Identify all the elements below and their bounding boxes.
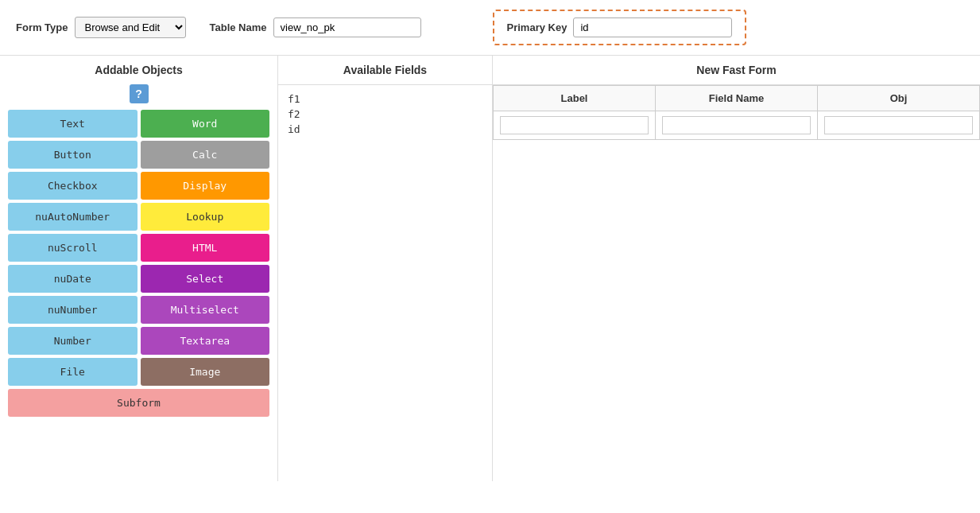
addable-objects-panel: Addable Objects ? Text Word Button Calc … — [0, 56, 278, 481]
obj-nudate-button[interactable]: nuDate — [8, 265, 138, 293]
col-obj: Obj — [818, 86, 980, 111]
obj-checkbox-button[interactable]: Checkbox — [8, 172, 138, 200]
obj-nuautonumber-button[interactable]: nuAutoNumber — [8, 203, 138, 231]
form-table: Label Field Name Obj — [493, 85, 980, 140]
field-name-input[interactable] — [662, 116, 811, 134]
obj-calc-button[interactable]: Calc — [141, 141, 270, 169]
table-name-row: Table Name — [210, 17, 421, 37]
addable-objects-title: Addable Objects — [8, 64, 269, 76]
obj-text-button[interactable]: Text — [8, 110, 138, 138]
obj-display-button[interactable]: Display — [141, 172, 270, 200]
obj-image-button[interactable]: Image — [141, 358, 270, 386]
obj-html-button[interactable]: HTML — [141, 234, 270, 262]
field-item[interactable]: id — [285, 122, 486, 137]
obj-nunumber-button[interactable]: nuNumber — [8, 296, 138, 324]
form-type-row: Form Type Browse and Edit — [16, 17, 186, 38]
obj-textarea-button[interactable]: Textarea — [141, 327, 270, 355]
form-sections-area — [493, 140, 980, 481]
primary-key-box: Primary Key — [493, 10, 747, 45]
table-name-input[interactable] — [273, 17, 421, 37]
table-name-label: Table Name — [210, 21, 267, 33]
form-type-select[interactable]: Browse and Edit — [75, 17, 186, 38]
label-input[interactable] — [500, 116, 649, 134]
obj-select-button[interactable]: Select — [141, 265, 270, 293]
obj-button-button[interactable]: Button — [8, 141, 138, 169]
label-cell — [494, 111, 656, 140]
col-label: Label — [494, 86, 656, 111]
obj-multiselect-button[interactable]: Multiselect — [141, 296, 270, 324]
obj-input[interactable] — [824, 116, 973, 134]
fields-list: f1f2id — [278, 85, 492, 481]
field-name-cell — [656, 111, 818, 140]
form-type-label: Form Type — [16, 21, 68, 33]
field-item[interactable]: f1 — [285, 91, 486, 107]
obj-nuscroll-button[interactable]: nuScroll — [8, 234, 138, 262]
primary-key-label: Primary Key — [507, 21, 567, 33]
obj-number-button[interactable]: Number — [8, 327, 138, 355]
obj-cell — [818, 111, 980, 140]
new-fast-form-title: New Fast Form — [493, 56, 980, 85]
available-fields-panel: Available Fields f1f2id — [278, 56, 493, 481]
table-row — [494, 111, 980, 140]
obj-subform-button[interactable]: Subform — [8, 389, 269, 417]
table-header-row: Label Field Name Obj — [494, 86, 980, 111]
field-item[interactable]: f2 — [285, 107, 486, 122]
primary-key-input[interactable] — [573, 17, 732, 37]
obj-file-button[interactable]: File — [8, 358, 138, 386]
obj-lookup-button[interactable]: Lookup — [141, 203, 270, 231]
objects-grid: Text Word Button Calc Checkbox Display n… — [8, 110, 269, 417]
new-fast-form-panel: New Fast Form Label Field Name Obj — [493, 56, 980, 481]
available-fields-title: Available Fields — [278, 56, 492, 85]
help-button[interactable]: ? — [130, 84, 149, 103]
top-bar: Form Type Browse and Edit Table Name Pri… — [0, 0, 980, 56]
main-content: Addable Objects ? Text Word Button Calc … — [0, 56, 980, 481]
col-field-name: Field Name — [656, 86, 818, 111]
obj-word-button[interactable]: Word — [141, 110, 270, 138]
